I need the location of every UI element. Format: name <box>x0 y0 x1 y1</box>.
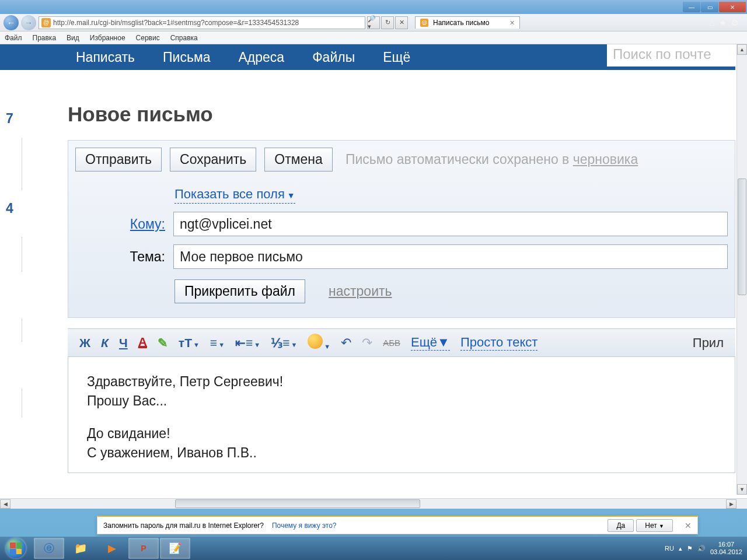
to-input[interactable] <box>173 212 728 236</box>
indent-button[interactable]: ⇤≡▼ <box>235 336 260 350</box>
window-close-button[interactable]: ✕ <box>719 2 746 12</box>
toolbar-attach-right[interactable]: Прил <box>693 335 724 351</box>
password-bar-close-button[interactable]: ✕ <box>685 521 692 530</box>
why-link[interactable]: Почему я вижу это? <box>272 522 337 530</box>
url-text: http://e.mail.ru/cgi-bin/msglist?back=1#… <box>53 19 299 27</box>
subject-label: Тема: <box>75 249 165 265</box>
page-title: Новое письмо <box>68 103 735 126</box>
scroll-thumb[interactable] <box>738 178 746 295</box>
tray-expand-icon[interactable]: ▴ <box>679 545 682 552</box>
smiley-icon <box>308 334 323 349</box>
emoji-button[interactable]: ▼ <box>308 334 330 352</box>
site-favicon-icon: @ <box>41 18 51 27</box>
strikethrough-button[interactable]: АБВ <box>383 338 400 348</box>
toolbar-more-link[interactable]: Ещё▼ <box>411 335 450 351</box>
undo-button[interactable]: ↶ <box>341 335 351 351</box>
browser-chrome: ← → @ http://e.mail.ru/cgi-bin/msglist?b… <box>0 14 747 44</box>
taskbar: ⓔ 📁 ▶ P 📝 RU ▴ ⚑ 🔊 16:07 03.04.2012 <box>0 537 747 560</box>
taskbar-powerpoint-icon[interactable]: P <box>128 538 159 559</box>
taskbar-ie-icon[interactable]: ⓔ <box>34 538 64 559</box>
stop-button[interactable]: ✕ <box>395 16 408 29</box>
hscroll-thumb[interactable] <box>175 499 420 508</box>
left-number-4: 4 <box>6 201 13 216</box>
mail-search-input[interactable]: Поиск по почте <box>607 44 735 66</box>
search-dropdown-button[interactable]: 🔎 ▾ <box>367 16 380 29</box>
tab-close-button[interactable]: ✕ <box>509 19 515 27</box>
italic-button[interactable]: К <box>101 336 109 350</box>
save-button[interactable]: Сохранить <box>170 148 256 172</box>
send-button[interactable]: Отправить <box>75 148 162 172</box>
horizontal-scrollbar[interactable]: ◀ ▶ <box>0 498 747 509</box>
show-all-fields-link[interactable]: Показать все поля▼ <box>174 187 295 204</box>
browser-tab[interactable]: @ Написать письмо ✕ <box>415 16 520 29</box>
address-bar[interactable]: @ http://e.mail.ru/cgi-bin/msglist?back=… <box>39 16 365 29</box>
menu-edit[interactable]: Правка <box>33 34 57 42</box>
drafts-link[interactable]: черновика <box>573 152 638 167</box>
font-color-button[interactable]: А <box>138 338 147 348</box>
tray-flag-icon[interactable]: ⚑ <box>687 545 693 552</box>
nav-addresses[interactable]: Адреса <box>238 50 284 65</box>
tab-favicon-icon: @ <box>420 19 428 27</box>
cancel-button[interactable]: Отмена <box>264 148 333 172</box>
password-yes-button[interactable]: Да <box>608 519 634 532</box>
tray-lang[interactable]: RU <box>665 545 674 552</box>
scroll-up-button[interactable]: ▲ <box>737 44 747 55</box>
font-size-button[interactable]: тТ▼ <box>179 336 200 350</box>
mail-top-nav: Написать Письма Адреса Файлы Ещё Поиск п… <box>0 44 735 70</box>
taskbar-editor-icon[interactable]: 📝 <box>160 538 190 559</box>
body-line: Прошу Вас... <box>87 391 716 411</box>
window-minimize-button[interactable]: — <box>683 2 700 12</box>
compose-area: Новое письмо Отправить Сохранить Отмена … <box>68 103 735 473</box>
refresh-button[interactable]: ↻ <box>381 16 394 29</box>
left-number-7: 7 <box>6 111 13 127</box>
body-line: Здравствуйте, Петр Сергеевич! <box>87 372 716 391</box>
start-button[interactable] <box>0 537 32 560</box>
attach-file-button[interactable]: Прикрепить файл <box>174 279 305 303</box>
tray-clock[interactable]: 16:07 03.04.2012 <box>710 541 742 556</box>
browser-menubar: Файл Правка Вид Избранное Сервис Справка <box>0 32 747 44</box>
redo-button[interactable]: ↷ <box>362 335 372 351</box>
menu-favorites[interactable]: Избранное <box>90 34 125 42</box>
body-line: До свидание! <box>87 424 716 443</box>
align-button[interactable]: ≡▼ <box>210 336 225 350</box>
taskbar-explorer-icon[interactable]: 📁 <box>65 538 96 559</box>
body-line: С уважением, Иванов П.В.. <box>87 443 716 463</box>
configure-link[interactable]: настроить <box>329 284 392 299</box>
home-icon[interactable]: ⌂ <box>710 18 714 27</box>
autosave-text: Письмо автоматически сохранено в чернови… <box>345 152 638 167</box>
scroll-down-button[interactable]: ▼ <box>737 484 747 495</box>
menu-service[interactable]: Сервис <box>136 34 160 42</box>
menu-help[interactable]: Справка <box>170 34 198 42</box>
message-body-editor[interactable]: Здравствуйте, Петр Сергеевич! Прошу Вас.… <box>68 356 735 473</box>
tray-volume-icon[interactable]: 🔊 <box>697 545 706 552</box>
password-no-button[interactable]: Нет ▼ <box>636 519 673 532</box>
scroll-right-button[interactable]: ▶ <box>726 499 736 509</box>
password-prompt-text: Запомнить пароль для mail.ru в Internet … <box>103 522 264 530</box>
to-label[interactable]: Кому: <box>75 216 165 232</box>
highlight-button[interactable]: ✎ <box>158 336 168 350</box>
system-tray: RU ▴ ⚑ 🔊 16:07 03.04.2012 <box>665 541 747 556</box>
taskbar-media-icon[interactable]: ▶ <box>97 538 127 559</box>
menu-view[interactable]: Вид <box>67 34 79 42</box>
scroll-left-button[interactable]: ◀ <box>0 499 11 509</box>
subject-input[interactable] <box>173 244 728 269</box>
nav-compose[interactable]: Написать <box>76 50 135 65</box>
nav-letters[interactable]: Письма <box>163 50 210 65</box>
settings-icon[interactable]: ⚙ <box>731 18 739 27</box>
underline-button[interactable]: Ч <box>119 336 128 350</box>
menu-file[interactable]: Файл <box>5 34 22 42</box>
back-button[interactable]: ← <box>4 15 19 30</box>
chevron-down-icon: ▼ <box>287 191 295 200</box>
windows-logo-icon <box>10 542 22 554</box>
bold-button[interactable]: Ж <box>79 336 90 350</box>
page-viewport: Написать Письма Адреса Файлы Ещё Поиск п… <box>0 44 747 509</box>
list-button[interactable]: ⅓≡▼ <box>271 336 297 350</box>
favorites-icon[interactable]: ★ <box>719 18 727 27</box>
nav-files[interactable]: Файлы <box>312 50 355 65</box>
forward-button[interactable]: → <box>21 15 36 30</box>
window-maximize-button[interactable]: ▭ <box>701 2 718 12</box>
window-titlebar: — ▭ ✕ <box>0 0 747 14</box>
plain-text-link[interactable]: Просто текст <box>460 335 537 351</box>
nav-more[interactable]: Ещё <box>383 50 410 65</box>
vertical-scrollbar[interactable]: ▲ ▼ <box>736 44 747 495</box>
